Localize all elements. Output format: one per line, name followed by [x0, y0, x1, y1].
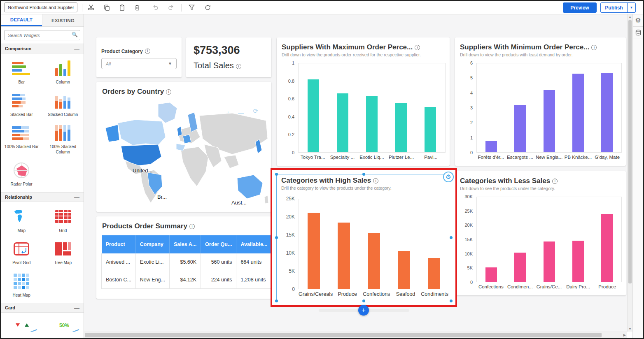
less-sales-widget[interactable]: Categories with Less Sales Drill down to…	[455, 171, 626, 295]
bar-Confections[interactable]	[368, 233, 380, 289]
widget-item-100-stacked-bar[interactable]: 100% Stacked Bar	[1, 121, 42, 158]
settings-gear-icon[interactable]: ⚙	[633, 14, 643, 27]
scroll-up-icon[interactable]: ▲	[628, 15, 632, 19]
info-icon[interactable]	[189, 224, 195, 229]
data-source-icon[interactable]	[633, 27, 643, 39]
copy-icon[interactable]	[101, 2, 112, 12]
info-icon[interactable]	[166, 89, 171, 95]
info-icon[interactable]	[373, 178, 378, 183]
widget-item-bar[interactable]: Bar	[1, 56, 42, 88]
resize-handle[interactable]	[362, 173, 365, 176]
bar-Condimen...[interactable]	[514, 253, 526, 282]
undo-icon[interactable]	[150, 2, 161, 12]
suppliers-max-widget[interactable]: Suppliers With Maximum Order Perce... Dr…	[277, 37, 450, 166]
search-input[interactable]	[4, 30, 80, 40]
triangle-down-icon	[16, 323, 20, 327]
section-comparison[interactable]: Comparison —	[1, 44, 84, 53]
widget-item-stacked-bar[interactable]: Stacked Bar	[1, 88, 42, 121]
horizontal-scroll-thumb[interactable]	[85, 333, 602, 337]
bar-Condiments[interactable]	[428, 258, 440, 289]
delete-icon[interactable]	[132, 2, 142, 12]
bar-PB Knäcke...[interactable]	[572, 74, 584, 152]
widget-item-pivot-grid[interactable]: Pivot Grid	[1, 237, 42, 269]
column-header[interactable]: Available...	[236, 235, 271, 253]
info-icon[interactable]	[236, 64, 241, 69]
bar-Plutzer Le...[interactable]	[395, 103, 407, 152]
widget-item-heat-map[interactable]: Heat Map	[1, 269, 42, 302]
bar-Pavl...[interactable]	[425, 107, 436, 152]
card-widgets-preview[interactable]: 50%	[1, 313, 84, 332]
column-header[interactable]: Sales A...	[169, 235, 201, 253]
paste-icon[interactable]	[117, 2, 127, 12]
bar-Escargots ...[interactable]	[514, 105, 526, 152]
resize-handle[interactable]	[275, 300, 278, 302]
widget-item-map[interactable]: Map	[1, 204, 42, 237]
total-sales-card[interactable]: $753,306 Total Sales	[186, 37, 271, 77]
bar-Tokyo Tra...[interactable]	[308, 79, 319, 152]
horizontal-scrollbar[interactable]: ▶	[84, 332, 627, 338]
publish-dropdown-caret[interactable]: ▼	[627, 3, 635, 12]
sidebar-tabs: DEFAULT EXISTING	[1, 14, 84, 27]
preview-button[interactable]: Preview	[563, 2, 597, 13]
bar-Forêts d'ér...[interactable]	[485, 141, 497, 152]
bar-Dairy Pro...[interactable]	[572, 241, 584, 282]
bar-Confections[interactable]	[485, 267, 497, 282]
products-order-table[interactable]: ProductCompanySales A...Order Qu...Avail…	[101, 235, 271, 299]
bar-Specialty ...[interactable]	[337, 93, 348, 152]
filter-widget[interactable]: Product Category All ▼	[96, 37, 182, 77]
map-widget[interactable]: Orders by Country ＋ — ⟳	[96, 82, 271, 212]
scroll-down-icon[interactable]: ▼	[628, 327, 632, 331]
tab-default[interactable]: DEFAULT	[1, 14, 42, 26]
world-map[interactable]	[96, 99, 271, 211]
category-dropdown[interactable]: All ▼	[101, 58, 177, 69]
redo-icon[interactable]	[166, 2, 176, 12]
info-icon[interactable]	[591, 45, 597, 50]
section-relationship[interactable]: Relationship —	[1, 192, 84, 202]
widget-item-grid[interactable]: Grid	[42, 204, 84, 237]
widget-item-stacked-column[interactable]: Stacked Column	[42, 88, 84, 121]
vertical-scroll-thumb[interactable]	[628, 20, 632, 283]
bar-Grains/Ce...[interactable]	[544, 241, 555, 282]
bar-New Engla...[interactable]	[544, 90, 555, 152]
resize-handle[interactable]	[275, 173, 278, 176]
tab-existing[interactable]: EXISTING	[42, 14, 84, 26]
column-header[interactable]: Company	[135, 235, 169, 253]
column-header[interactable]: Order Qu...	[201, 235, 236, 253]
resize-handle[interactable]	[275, 236, 278, 239]
y-axis-tick: 5	[470, 75, 473, 80]
widget-settings-gear-icon[interactable]: ⚙	[443, 172, 454, 182]
publish-button[interactable]: Publish ▼	[600, 2, 636, 13]
y-axis-tick: 6	[470, 60, 473, 65]
bar-Seafood[interactable]	[398, 251, 410, 289]
collapse-icon[interactable]: —	[74, 194, 79, 200]
bar-Produce[interactable]	[601, 214, 613, 282]
selected-widget-high-sales[interactable]: Categories with High Sales Drill the cat…	[271, 168, 457, 307]
collapse-icon[interactable]: —	[74, 305, 79, 311]
column-header[interactable]: Product	[102, 235, 136, 253]
scroll-right-icon[interactable]: ▶	[623, 333, 626, 337]
info-icon[interactable]	[415, 45, 420, 50]
suppliers-min-widget[interactable]: Suppliers With Minimum Order Perce... Dr…	[455, 37, 626, 166]
collapse-icon[interactable]: —	[74, 46, 79, 52]
resize-handle[interactable]	[450, 236, 453, 239]
bar-Exotic Liq...[interactable]	[366, 96, 378, 152]
info-icon[interactable]	[552, 179, 558, 184]
bar-Produce[interactable]	[338, 223, 350, 289]
info-icon[interactable]	[145, 49, 150, 54]
widget-item-column[interactable]: Column	[42, 56, 84, 88]
grid-widget[interactable]: Products Order Summary ProductCompanySal…	[96, 216, 271, 299]
section-card[interactable]: Card —	[1, 303, 84, 313]
cut-icon[interactable]	[86, 2, 96, 12]
resize-handle[interactable]	[450, 300, 453, 302]
bar-Grains/Cereals[interactable]	[308, 213, 320, 289]
refresh-icon[interactable]	[202, 2, 213, 12]
filter-icon[interactable]	[186, 2, 197, 12]
vertical-scrollbar[interactable]: ▲ ▼	[627, 14, 632, 332]
widget-item-tree-map[interactable]: Tree Map	[42, 237, 84, 269]
bar-G'day, Mate[interactable]	[601, 73, 613, 152]
widget-item-radar-polar[interactable]: Radar Polar	[1, 158, 42, 190]
dashboard-title-input[interactable]	[4, 2, 77, 12]
add-widget-button[interactable]: +	[358, 305, 369, 316]
resize-handle[interactable]	[362, 300, 365, 302]
widget-item-100-stacked-column[interactable]: 100% Stacked Column	[42, 121, 84, 158]
